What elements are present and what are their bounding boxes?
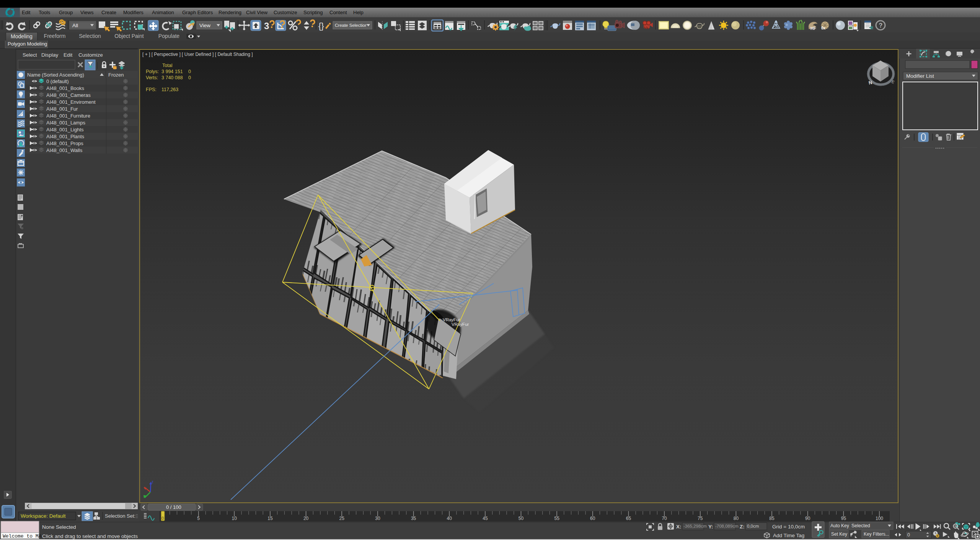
- svg-text:0x: 0x: [821, 26, 826, 30]
- svg-text:AI48_001_Lights: AI48_001_Lights: [46, 127, 84, 132]
- svg-text:-708,089cm: -708,089cm: [715, 524, 739, 528]
- svg-text:0 / 100: 0 / 100: [166, 504, 181, 510]
- svg-text:HF: HF: [810, 26, 816, 31]
- svg-text:3 994 151: 3 994 151: [161, 69, 183, 74]
- svg-text:Name (Sorted Ascending): Name (Sorted Ascending): [27, 72, 84, 78]
- svg-text:Total: Total: [162, 63, 172, 68]
- svg-text:Workspace: Default: Workspace: Default: [21, 513, 66, 519]
- svg-text:All: All: [72, 23, 78, 28]
- svg-text:Verts:: Verts:: [146, 75, 158, 80]
- svg-text:X:: X:: [676, 524, 682, 530]
- svg-text:0: 0: [907, 532, 910, 538]
- svg-text:0: 0: [188, 75, 191, 80]
- svg-text:AI48_001_Books: AI48_001_Books: [46, 85, 85, 91]
- svg-text:Y:: Y:: [708, 524, 713, 530]
- svg-text:Welcome to MA: Welcome to MA: [3, 533, 42, 539]
- svg-text:AI48_001_Fur: AI48_001_Fur: [46, 106, 78, 112]
- svg-text:View: View: [199, 23, 210, 28]
- svg-text:3: 3: [264, 21, 269, 31]
- svg-text:AI48_001_Plants: AI48_001_Plants: [46, 134, 85, 139]
- svg-text:AI48_001_Furniture: AI48_001_Furniture: [46, 113, 90, 119]
- svg-text:0 (default): 0 (default): [46, 78, 69, 84]
- svg-text:Add Time Tag: Add Time Tag: [773, 533, 804, 538]
- svg-text:Selected: Selected: [851, 523, 870, 528]
- svg-text:Set Key: Set Key: [831, 531, 847, 537]
- svg-text:Key Filters...: Key Filters...: [864, 531, 889, 537]
- svg-text:Click and drag to select and m: Click and drag to select and move object…: [42, 533, 138, 539]
- svg-text:VRayFur: VRayFur: [452, 322, 469, 327]
- svg-text:[ + ] [ Perspective ] [ User D: [ + ] [ Perspective ] [ User Defined ] […: [142, 52, 253, 57]
- svg-text:z: z: [152, 480, 153, 484]
- svg-text:None Selected: None Selected: [42, 524, 76, 530]
- svg-text:?: ?: [879, 22, 883, 29]
- svg-text:{}: {}: [318, 21, 324, 31]
- svg-text:AI48_001_Props: AI48_001_Props: [46, 141, 83, 146]
- svg-text:Modifier List: Modifier List: [906, 73, 934, 79]
- svg-text:Frozen: Frozen: [108, 72, 124, 78]
- svg-text:AI48_001_Lamps: AI48_001_Lamps: [46, 120, 85, 126]
- svg-text:3 740 088: 3 740 088: [161, 75, 183, 80]
- svg-text:VRayFur: VRayFur: [443, 317, 460, 322]
- svg-text:AI48_001_Cameras: AI48_001_Cameras: [46, 92, 91, 98]
- svg-text:0,0cm: 0,0cm: [747, 524, 759, 528]
- svg-text:Auto Key: Auto Key: [830, 523, 849, 528]
- svg-text:Polys:: Polys:: [146, 69, 159, 74]
- svg-text:Z:: Z:: [740, 524, 745, 530]
- svg-text:Selection Set:: Selection Set:: [105, 513, 135, 519]
- svg-text:FPS:: FPS:: [146, 87, 157, 92]
- svg-text:AI48_001_Enviroment: AI48_001_Enviroment: [46, 99, 96, 105]
- svg-text:117,263: 117,263: [161, 87, 178, 92]
- svg-text:Grid = 10,0cm: Grid = 10,0cm: [772, 524, 805, 530]
- svg-text:MAX: MAX: [7, 14, 13, 18]
- svg-text:0: 0: [188, 69, 191, 74]
- svg-text:AI48_001_Walls: AI48_001_Walls: [46, 147, 83, 153]
- svg-text:-365,298cm: -365,298cm: [683, 524, 707, 528]
